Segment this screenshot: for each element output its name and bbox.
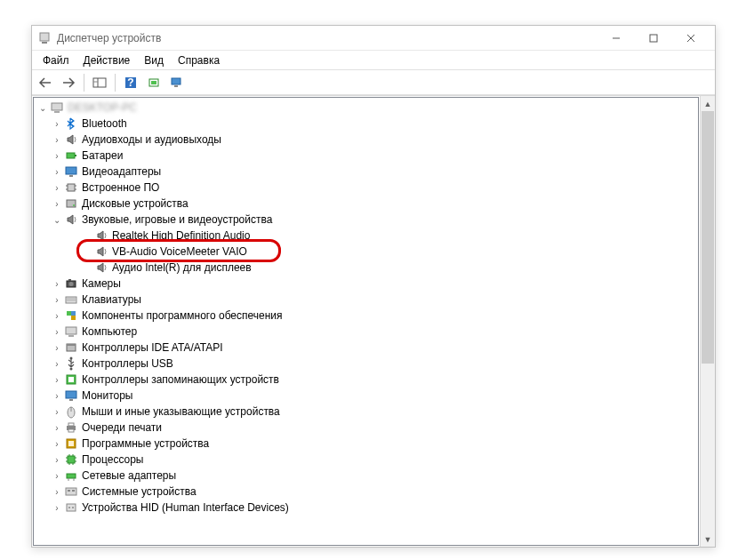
help-button[interactable]: ? <box>121 73 140 92</box>
vertical-scrollbar[interactable]: ▲ ▼ <box>700 96 715 547</box>
expand-toggle-icon[interactable]: › <box>50 164 64 179</box>
node-label: Мыши и иные указывающие устройства <box>82 405 280 418</box>
expand-toggle-icon[interactable]: › <box>50 132 64 147</box>
monitor-icon <box>64 388 78 403</box>
expand-toggle-icon[interactable]: › <box>50 356 64 371</box>
expand-toggle-icon[interactable]: › <box>50 276 64 291</box>
tree-child-node[interactable]: Аудио Intel(R) для дисплеев <box>34 260 698 276</box>
svg-rect-1 <box>42 42 47 44</box>
expand-toggle-icon[interactable]: › <box>50 308 64 323</box>
tree-node[interactable]: ›Компоненты программного обеспечения <box>34 308 698 324</box>
expand-toggle-icon[interactable]: › <box>50 340 64 355</box>
svg-rect-34 <box>67 311 71 316</box>
tree-node[interactable]: ⌄Звуковые, игровые и видеоустройства <box>34 212 698 228</box>
scroll-down-arrow[interactable]: ▼ <box>701 532 715 547</box>
tree-node[interactable]: ›Видеоадаптеры <box>34 164 698 180</box>
disk-icon <box>64 196 78 211</box>
tree-node[interactable]: ›Компьютер <box>34 324 698 340</box>
expand-toggle-icon[interactable]: › <box>50 468 64 483</box>
tree-node[interactable]: ›Сетевые адаптеры <box>34 468 698 484</box>
hid-icon <box>64 500 78 515</box>
expand-toggle-icon[interactable]: ⌄ <box>50 212 64 227</box>
tree-child-node[interactable]: VB-Audio VoiceMeeter VAIO <box>34 244 698 260</box>
svg-rect-19 <box>66 167 76 174</box>
menu-help[interactable]: Справка <box>171 52 227 68</box>
tree-node[interactable]: ›Системные устройства <box>34 484 698 500</box>
svg-rect-12 <box>151 81 156 84</box>
scan-button[interactable] <box>144 73 164 92</box>
expand-toggle-icon[interactable]: › <box>50 148 64 163</box>
svg-rect-63 <box>67 474 76 478</box>
menu-action[interactable]: Действие <box>76 52 138 68</box>
tree-node[interactable]: ›Bluetooth <box>34 116 698 132</box>
menu-file[interactable]: Файл <box>36 52 76 68</box>
expand-toggle-icon[interactable]: › <box>50 452 64 467</box>
expand-toggle-icon[interactable]: › <box>50 484 64 499</box>
back-button[interactable] <box>36 73 55 92</box>
tree-node[interactable]: ›Программные устройства <box>34 436 698 452</box>
svg-rect-53 <box>68 441 74 446</box>
expand-toggle-icon[interactable]: › <box>50 420 64 435</box>
tree-node[interactable]: ›Устройства HID (Human Interface Devices… <box>34 500 698 516</box>
scroll-track[interactable] <box>701 111 715 532</box>
node-label: Встроенное ПО <box>82 181 159 194</box>
tree-node[interactable]: ›Очереди печати <box>34 420 698 436</box>
expand-toggle-icon[interactable]: › <box>50 404 64 419</box>
tree-root-node[interactable]: ⌄DESKTOP-PC <box>34 100 698 116</box>
tree-node[interactable]: ›Клавиатуры <box>34 292 698 308</box>
collapse-icon[interactable]: ⌄ <box>36 100 50 115</box>
component-icon <box>64 308 78 323</box>
tree-node[interactable]: ›Аудиовходы и аудиовыходы <box>34 132 698 148</box>
minimize-button[interactable] <box>598 27 635 50</box>
expand-toggle-icon[interactable]: › <box>50 436 64 451</box>
expand-toggle-icon[interactable]: › <box>50 180 64 195</box>
content-area: ⌄DESKTOP-PC›Bluetooth›Аудиовходы и аудио… <box>32 95 715 547</box>
device-manager-window: Диспетчер устройств Файл Действие Вид Сп… <box>31 25 716 548</box>
tree-node[interactable]: ›Контроллеры IDE ATA/ATAPI <box>34 340 698 356</box>
tree-node[interactable]: ›Дисковые устройства <box>34 196 698 212</box>
svg-rect-40 <box>67 344 76 346</box>
tree-node[interactable]: ›Процессоры <box>34 452 698 468</box>
svg-rect-35 <box>71 316 76 320</box>
software-icon <box>64 436 78 451</box>
close-button[interactable] <box>672 27 710 50</box>
expand-toggle-icon[interactable]: › <box>50 196 64 211</box>
node-label: Очереди печати <box>82 421 162 434</box>
scroll-thumb[interactable] <box>702 111 714 364</box>
tree-child-node[interactable]: Realtek High Definition Audio <box>34 228 698 244</box>
svg-rect-0 <box>40 33 49 41</box>
node-label: Realtek High Definition Audio <box>112 229 250 242</box>
scroll-up-arrow[interactable]: ▲ <box>701 96 715 111</box>
app-icon <box>37 31 52 45</box>
tree-node[interactable]: ›Контроллеры запоминающих устройств <box>34 372 698 388</box>
svg-rect-14 <box>174 85 178 87</box>
separator <box>84 74 84 92</box>
tree-node[interactable]: ›Камеры <box>34 276 698 292</box>
expand-toggle-icon[interactable]: › <box>50 324 64 339</box>
expand-toggle-icon[interactable]: › <box>50 372 64 387</box>
svg-rect-45 <box>66 391 76 398</box>
node-label: Видеоадаптеры <box>82 165 161 178</box>
device-tree[interactable]: ⌄DESKTOP-PC›Bluetooth›Аудиовходы и аудио… <box>33 97 699 546</box>
tree-node[interactable]: ›Батареи <box>34 148 698 164</box>
system-icon <box>64 484 78 499</box>
expand-toggle-icon[interactable]: › <box>50 388 64 403</box>
expand-toggle-icon[interactable]: › <box>50 116 64 131</box>
node-label: Компоненты программного обеспечения <box>82 309 283 322</box>
show-hide-console-button[interactable] <box>90 73 109 92</box>
tree-node[interactable]: ›Встроенное ПО <box>34 180 698 196</box>
ide-icon <box>64 340 78 355</box>
menu-view[interactable]: Вид <box>137 52 171 68</box>
svg-rect-30 <box>68 279 71 281</box>
tree-node[interactable]: ›Мыши и иные указывающие устройства <box>34 404 698 420</box>
expand-toggle-icon[interactable]: › <box>50 292 64 307</box>
forward-button[interactable] <box>59 73 78 92</box>
node-label: Камеры <box>82 277 121 290</box>
tree-node[interactable]: ›Мониторы <box>34 388 698 404</box>
devices-button[interactable] <box>167 73 187 92</box>
svg-point-29 <box>69 282 74 286</box>
tree-node[interactable]: ›Контроллеры USB <box>34 356 698 372</box>
maximize-button[interactable] <box>635 27 672 50</box>
expand-toggle-icon[interactable]: › <box>50 500 64 515</box>
chip-icon <box>64 180 78 195</box>
